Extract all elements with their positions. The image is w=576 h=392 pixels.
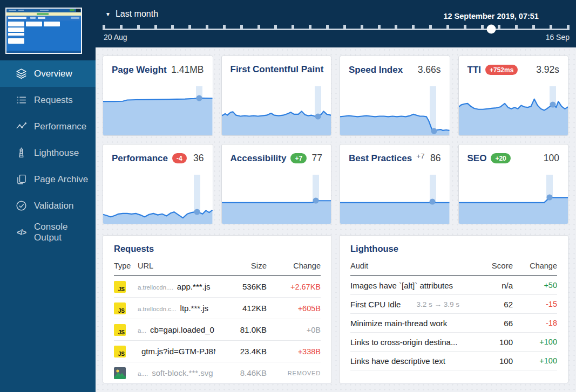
metric-value: 3.66s	[418, 64, 441, 75]
metric-sparkline	[459, 175, 568, 224]
column-header-score: Score	[475, 261, 513, 270]
request-change: REMOVED	[267, 370, 321, 376]
column-header-type: Type	[114, 262, 138, 270]
request-url: gtm.js?id=GTM-PJ8M	[141, 347, 215, 356]
main-content: Page Weight 1.41MB First Contentful Pain…	[96, 47, 576, 392]
file-type-icon: JS	[114, 281, 126, 293]
audit-score: n/a	[475, 281, 513, 290]
timeline-slider-handle[interactable]	[486, 25, 496, 34]
request-size: 23.4KB	[215, 347, 267, 356]
timeline-slider[interactable]: 12 September 2019, 07:51 20 Aug 16 Sep	[103, 24, 570, 43]
sidebar-item-label: Lighthouse	[34, 148, 79, 159]
metric-card-page-weight[interactable]: Page Weight 1.41MB	[103, 56, 213, 136]
check-circle-icon	[16, 200, 27, 211]
sidebar-item-label: Console Output	[34, 222, 96, 243]
sidebar-item-lighthouse[interactable]: Lighthouse	[0, 140, 96, 166]
request-size: 8.46KB	[215, 368, 267, 377]
audit-change: +50	[513, 281, 557, 290]
sidebar-item-console-output[interactable]: </> Console Output	[0, 219, 96, 245]
audit-change: +100	[513, 338, 557, 346]
metric-card-speed-index[interactable]: Speed Index 3.66s	[340, 56, 450, 136]
metric-title: TTI	[467, 65, 482, 75]
metric-title: Performance	[112, 153, 168, 164]
audit-name: Images have `[alt]` attributes	[350, 281, 453, 290]
request-change: +338B	[267, 347, 321, 356]
metric-value: 1.41MB	[171, 64, 204, 75]
metric-value: 86	[430, 153, 441, 164]
table-row[interactable]: Images have `[alt]` attributes n/a +50	[350, 276, 557, 295]
column-header-url: URL	[138, 262, 215, 270]
request-size: 81.0KB	[215, 325, 267, 334]
sidebar-item-requests[interactable]: Requests	[0, 87, 96, 113]
table-row[interactable]: First CPU Idle 3.2 s → 3.9 s 62 -15	[350, 295, 557, 314]
audit-score: 100	[475, 338, 513, 347]
audit-name: Links to cross-origin destina...	[350, 338, 457, 347]
request-url: app.***.js	[177, 282, 211, 291]
metric-sparkline	[222, 86, 331, 135]
sidebar-item-performance[interactable]: Performance	[0, 113, 96, 140]
table-row[interactable]: Links to cross-origin destina... 100 +10…	[350, 333, 557, 352]
metric-sparkline	[103, 175, 213, 224]
sidebar-item-label: Requests	[34, 95, 73, 106]
audit-score: 62	[475, 300, 513, 309]
request-url-prefix: a...	[138, 327, 146, 334]
layers-icon	[16, 68, 27, 79]
thumb-browser-bar	[6, 9, 81, 12]
metric-card-best-practices[interactable]: Best Practices +7 86	[340, 144, 450, 224]
audit-detail: 3.2 s → 3.9 s	[401, 300, 475, 308]
audit-name: First CPU Idle	[350, 300, 401, 309]
column-header-size: Size	[215, 261, 267, 270]
file-type-icon: JS	[114, 346, 126, 357]
audit-name: Minimize main-thread work	[350, 319, 447, 328]
lighthouse-table-header: Audit Score Change	[350, 261, 557, 276]
sidebar-item-label: Page Archive	[34, 174, 88, 185]
request-url: soft-block.***.svg	[152, 368, 213, 377]
request-change: +605B	[267, 304, 321, 313]
metric-sparkline	[222, 175, 331, 224]
sidebar-top	[0, 0, 96, 60]
table-row[interactable]: JS a.trellocdn.c...ltp.***.js 412KB +605…	[114, 298, 321, 319]
audit-score: 100	[475, 356, 513, 366]
metric-card-first-contentful-paint[interactable]: First Contentful Paint	[221, 56, 332, 136]
table-row[interactable]: JS gtm.js?id=GTM-PJ8M 23.4KB +338B	[114, 341, 321, 362]
request-change: +2.67KB	[267, 283, 321, 291]
audit-change: -15	[513, 300, 557, 308]
metric-card-performance[interactable]: Performance -4 36	[103, 144, 213, 224]
metric-sparkline	[459, 86, 568, 135]
column-header-audit: Audit	[350, 262, 475, 270]
lighthouse-panel-title: Lighthouse	[350, 244, 557, 254]
metric-card-tti[interactable]: TTI +752ms 3.92s	[458, 56, 569, 136]
code-icon: </>	[16, 228, 27, 237]
timeline-end-label: 16 Sep	[546, 33, 570, 42]
metric-title: SEO	[467, 153, 487, 164]
requests-panel: Requests Type URL Size Change JS a.trell…	[103, 235, 332, 383]
date-range-selector[interactable]: ▼ Last month	[105, 9, 158, 19]
metric-value: 3.92s	[536, 64, 559, 75]
table-row[interactable]: JS a.trellocdn....app.***.js 536KB +2.67…	[114, 276, 321, 298]
table-row[interactable]: a....soft-block.***.svg 8.46KB REMOVED	[114, 362, 321, 383]
metric-card-seo[interactable]: SEO +20 100	[458, 144, 569, 224]
request-change: +0B	[267, 326, 321, 334]
request-size: 412KB	[215, 304, 267, 313]
metric-change-badge: +752ms	[485, 65, 518, 75]
tables-grid: Requests Type URL Size Change JS a.trell…	[103, 235, 568, 383]
sidebar-item-label: Performance	[34, 121, 86, 132]
sidebar-nav: Overview Requests Performance	[0, 60, 96, 245]
pages-icon	[16, 174, 27, 185]
table-row[interactable]: Minimize main-thread work 66 -18	[350, 314, 557, 333]
sidebar-item-page-archive[interactable]: Page Archive	[0, 166, 96, 192]
lighthouse-panel: Lighthouse Audit Score Change Images hav…	[339, 235, 568, 383]
sidebar-item-validation[interactable]: Validation	[0, 192, 96, 219]
file-type-icon	[114, 367, 126, 379]
metric-card-accessibility[interactable]: Accessibility +7 77	[221, 144, 332, 224]
page-screenshot-thumbnail[interactable]	[5, 8, 82, 54]
chevron-down-icon: ▼	[105, 11, 111, 17]
table-row[interactable]: JS a...cb=gapi.loaded_0 81.0KB +0B	[114, 319, 321, 341]
timeline-start-label: 20 Aug	[104, 33, 127, 42]
file-type-icon: JS	[114, 302, 126, 314]
timeline-track[interactable]	[103, 29, 570, 30]
sidebar-item-overview[interactable]: Overview	[0, 60, 96, 87]
table-row[interactable]: Links have descriptive text 100 +100	[350, 352, 557, 370]
metric-title: Best Practices	[349, 153, 412, 164]
column-header-change: Change	[267, 262, 321, 270]
